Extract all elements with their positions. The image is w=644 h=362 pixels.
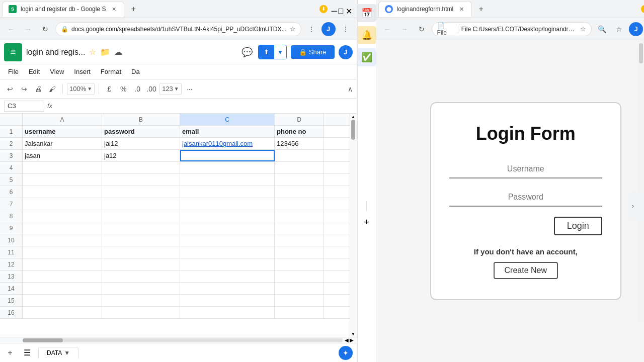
back-button[interactable]: ← (4, 22, 18, 36)
scroll-thumb[interactable] (351, 120, 355, 140)
cell-d11[interactable] (275, 246, 324, 258)
row-number[interactable]: 5 (0, 174, 23, 186)
share-button[interactable]: 🔒 Share (291, 45, 335, 59)
decimal-fixed-button[interactable]: .0 (131, 83, 143, 95)
export-dropdown[interactable]: ▼ (274, 46, 286, 59)
menu-view[interactable]: View (46, 67, 68, 76)
cell-d9[interactable] (275, 222, 324, 234)
cell-b15[interactable] (102, 295, 180, 306)
cell-c6[interactable] (180, 186, 275, 198)
cell-d4[interactable] (275, 162, 324, 173)
h-scroll-thumb[interactable] (23, 338, 63, 342)
menu-format[interactable]: Format (97, 67, 125, 76)
percent-button[interactable]: % (117, 83, 129, 95)
col-header-b[interactable]: B (102, 114, 180, 125)
cell-c8[interactable] (180, 210, 275, 222)
comment-icon[interactable]: 💬 (240, 45, 254, 59)
right-new-tab-button[interactable]: + (474, 2, 488, 16)
cell-b13[interactable] (102, 270, 180, 282)
cell-b6[interactable] (102, 186, 180, 198)
sheets-tab-close[interactable]: ✕ (110, 5, 118, 13)
forward-button[interactable]: → (21, 22, 35, 36)
sheet-tab-dropdown[interactable]: ▼ (64, 349, 70, 356)
star-icon[interactable]: ☆ (89, 47, 96, 57)
export-button[interactable]: ⬆ (259, 45, 274, 59)
right-vertical-scrollbar[interactable] (638, 40, 644, 322)
cell-d15[interactable] (275, 295, 324, 306)
row-number[interactable]: 16 (0, 307, 23, 318)
sheets-profile-avatar[interactable]: J (339, 45, 353, 59)
redo-button[interactable]: ↪ (18, 83, 30, 95)
cell-d10[interactable] (275, 234, 324, 246)
row-number[interactable]: 8 (0, 210, 23, 222)
cell-a11[interactable] (23, 246, 102, 258)
sheet-prev-arrow[interactable]: ◀ (345, 337, 349, 343)
right-back-button[interactable]: ← (380, 22, 394, 36)
panel-expand-handle[interactable]: › (628, 191, 638, 221)
cell-a16[interactable] (23, 307, 102, 318)
add-sheet-button[interactable]: + (4, 347, 16, 359)
row-number[interactable]: 4 (0, 162, 23, 173)
right-zoom-icon[interactable]: 🔍 (595, 22, 609, 36)
cell-b3[interactable]: ja12 (102, 150, 180, 161)
print-button[interactable]: 🖨 (32, 83, 44, 95)
row-number[interactable]: 12 (0, 258, 23, 270)
cell-a5[interactable] (23, 174, 102, 186)
cell-b16[interactable] (102, 307, 180, 318)
col-header-d[interactable]: D (275, 114, 324, 125)
menu-icon[interactable]: ⋮ (339, 22, 353, 36)
cell-a6[interactable] (23, 186, 102, 198)
right-scroll-thumb[interactable] (639, 43, 643, 63)
cell-d2[interactable]: 123456 (275, 138, 324, 149)
row-number[interactable]: 6 (0, 186, 23, 198)
cell-c9[interactable] (180, 222, 275, 234)
paint-format-button[interactable]: 🖌 (46, 83, 58, 95)
html-tab[interactable]: ⬤ loginandregform.html ✕ (378, 1, 472, 17)
maximize-btn[interactable]: □ (339, 7, 344, 12)
cell-a15[interactable] (23, 295, 102, 306)
cell-a3[interactable]: jasan (23, 150, 102, 161)
minimize-btn[interactable]: ─ (332, 7, 337, 12)
sheets-url-bar[interactable]: 🔒 docs.google.com/spreadsheets/d/1uhSVTB… (55, 22, 301, 36)
cell-a4[interactable] (23, 162, 102, 173)
sheet-list-button[interactable]: ☰ (20, 347, 34, 359)
row-number[interactable]: 7 (0, 198, 23, 210)
cell-a1[interactable]: username (23, 126, 102, 137)
col-header-a[interactable]: A (23, 114, 102, 125)
right-url-bar[interactable]: 📄 File File C:/Users/ELCOT/Desktop/login… (432, 22, 592, 36)
cell-a14[interactable] (23, 283, 102, 294)
cell-a7[interactable] (23, 198, 102, 210)
cell-d12[interactable] (275, 258, 324, 270)
right-reload-button[interactable]: ↻ (415, 22, 429, 36)
number-format-control[interactable]: 123 ▼ (159, 83, 182, 95)
cell-b5[interactable] (102, 174, 180, 186)
horizontal-scrollbar[interactable] (23, 338, 343, 342)
menu-data[interactable]: Da (127, 67, 144, 76)
cell-c12[interactable] (180, 258, 275, 270)
cloud-icon[interactable]: ☁ (114, 47, 122, 57)
username-input[interactable] (449, 160, 602, 178)
bookmark-icon[interactable]: ☆ (290, 25, 296, 33)
html-tab-close[interactable]: ✕ (457, 5, 465, 13)
vertical-scrollbar[interactable]: ▲ ▼ (350, 114, 357, 337)
currency-button[interactable]: £ (103, 83, 115, 95)
cell-a13[interactable] (23, 270, 102, 282)
explore-button[interactable]: ✦ (339, 346, 353, 360)
cell-c2[interactable]: jaisankar0110gmail.com (180, 138, 275, 149)
right-profile-avatar[interactable]: J (629, 22, 643, 36)
row-number[interactable]: 10 (0, 234, 23, 246)
undo-button[interactable]: ↩ (4, 83, 16, 95)
cell-c13[interactable] (180, 270, 275, 282)
cell-b10[interactable] (102, 234, 180, 246)
cell-a12[interactable] (23, 258, 102, 270)
cell-c5[interactable] (180, 174, 275, 186)
create-new-button[interactable]: Create New (494, 262, 558, 279)
cell-reference[interactable]: C3 (4, 101, 44, 112)
decimal-more-button[interactable]: .00 (145, 83, 157, 95)
row-number[interactable]: 15 (0, 295, 23, 306)
row-number[interactable]: 3 (0, 150, 23, 161)
cell-a2[interactable]: Jaisankar (23, 138, 102, 149)
cell-c15[interactable] (180, 295, 275, 306)
left-profile-avatar[interactable]: J (321, 22, 336, 36)
cell-d8[interactable] (275, 210, 324, 222)
